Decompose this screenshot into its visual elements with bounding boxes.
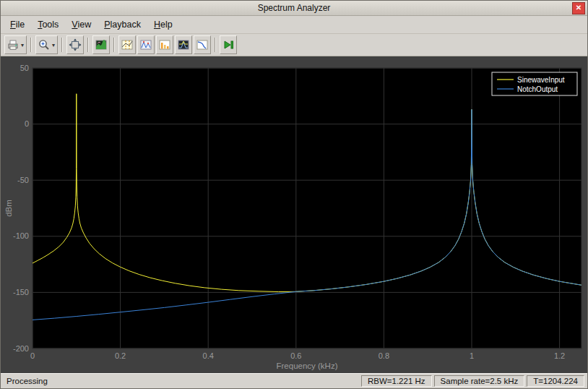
spectrum-analyzer-window: Spectrum Analyzer ✕ FileToolsViewPlaybac… [0, 0, 588, 389]
y-tick-label: -50 [17, 176, 29, 184]
spectral-mask-icon [177, 38, 190, 51]
status-cells: RBW=1.221 HzSample rate=2.5 kHzT=1204.22… [361, 375, 586, 387]
legend-label: NotchOutput [517, 85, 558, 93]
x-tick-label: 0.6 [290, 351, 301, 360]
statusbar: Processing RBW=1.221 HzSample rate=2.5 k… [1, 373, 587, 388]
toolbar-button-fit-to-view[interactable] [66, 35, 84, 54]
status-cell-rbw: RBW=1.221 Hz [361, 375, 432, 387]
toolbar-button-ccdf-measurements[interactable] [194, 35, 211, 54]
toolbar-button-print-export[interactable]: ▾ [4, 35, 27, 54]
dropdown-caret-icon[interactable]: ▾ [51, 42, 56, 48]
toolbar-button-spectral-mask[interactable] [175, 35, 192, 54]
toolbar-button-cursor-measurements[interactable] [118, 35, 136, 54]
toolbar-button-zoom[interactable]: ▾ [35, 35, 58, 54]
status-cell-sample-rate: Sample rate=2.5 kHz [434, 375, 525, 387]
status-cell-time: T=1204.224 [527, 375, 584, 387]
menu-view[interactable]: View [65, 17, 98, 32]
y-tick-label: 50 [20, 64, 29, 72]
play-step-icon [222, 38, 235, 51]
dropdown-caret-icon[interactable]: ▾ [20, 42, 25, 48]
plot-panel: 00.20.40.60.811.2500-50-100-150-200Frequ… [1, 56, 587, 373]
spectrum-image-icon [95, 38, 108, 51]
titlebar[interactable]: Spectrum Analyzer ✕ [1, 1, 587, 16]
toolbar-separator [215, 38, 216, 52]
legend-label: SinewaveInput [517, 76, 565, 84]
expand-icon [69, 38, 82, 51]
toolbar: ▾▾ [1, 34, 587, 56]
toolbar-button-distortion-measurements[interactable] [156, 35, 173, 54]
x-axis-label: Frequency (kHz) [277, 362, 338, 370]
toolbar-separator [30, 38, 32, 52]
close-button[interactable]: ✕ [572, 2, 585, 14]
menu-help[interactable]: Help [147, 17, 179, 32]
cursor-measure-icon [121, 38, 134, 51]
menu-playback[interactable]: Playback [98, 17, 147, 32]
spectrum-chart[interactable]: 00.20.40.60.811.2500-50-100-150-200Frequ… [4, 59, 586, 373]
printer-icon [7, 38, 20, 51]
toolbar-button-spectrum-settings[interactable] [92, 35, 110, 54]
x-tick-label: 0.8 [379, 351, 389, 360]
toolbar-button-peak-finder[interactable] [137, 35, 155, 54]
x-tick-label: 0.2 [115, 351, 126, 360]
y-axis-label: dBm [4, 200, 13, 217]
status-message: Processing [2, 377, 361, 385]
x-tick-label: 1 [470, 351, 474, 360]
ccdf-icon [196, 38, 209, 51]
magnifier-icon [38, 38, 51, 51]
toolbar-separator [61, 38, 63, 52]
toolbar-button-run-playback[interactable] [220, 35, 237, 54]
y-tick-label: -150 [13, 288, 29, 296]
x-tick-label: 0.4 [203, 351, 214, 360]
menu-tools[interactable]: Tools [31, 17, 65, 32]
plot-area [33, 68, 581, 349]
toolbar-separator [113, 38, 115, 52]
x-tick-label: 0 [30, 351, 35, 360]
y-tick-label: -100 [13, 231, 29, 240]
menubar: FileToolsViewPlaybackHelp [1, 16, 587, 34]
window-title: Spectrum Analyzer [1, 3, 587, 13]
y-tick-label: 0 [25, 119, 29, 128]
x-tick-label: 1.2 [554, 351, 565, 360]
y-tick-label: -200 [13, 344, 29, 353]
menu-file[interactable]: File [4, 17, 31, 32]
peak-finder-icon [139, 38, 152, 51]
distortion-icon [158, 38, 171, 51]
toolbar-separator [87, 38, 89, 52]
